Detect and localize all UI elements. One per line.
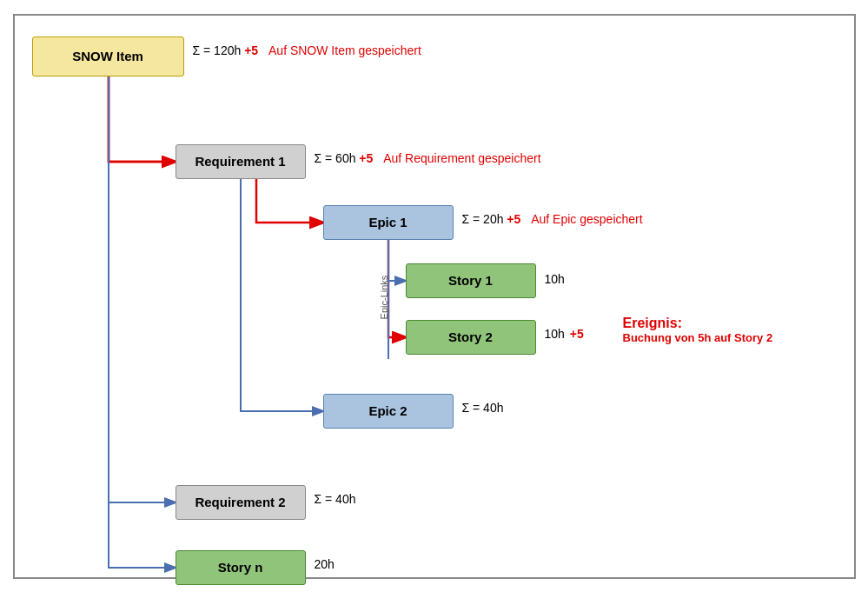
epic1-label: Epic 1 (368, 215, 407, 229)
epic1-node: Epic 1 (323, 205, 454, 240)
requirement2-label: Requirement 2 (195, 495, 285, 509)
story2-val-label: 10h +5 (545, 327, 584, 341)
story1-node: Story 1 (406, 263, 536, 298)
story2-node: Story 2 (406, 320, 536, 355)
snow-sum-label: Σ = 120h +5 Auf SNOW Item gespeichert (193, 43, 421, 57)
epic2-node: Epic 2 (323, 394, 454, 429)
epic2-label: Epic 2 (368, 403, 407, 418)
story1-val-label: 10h (545, 272, 565, 286)
requirement1-label: Requirement 1 (195, 154, 285, 169)
epic2-sum-label: Σ = 40h (462, 401, 504, 415)
requirement2-node: Requirement 2 (176, 485, 306, 520)
snow-item-label: SNOW Item (72, 49, 143, 63)
diagram-container: SNOW Item Σ = 120h +5 Auf SNOW Item gesp… (13, 14, 856, 579)
storyn-node: Story n (176, 550, 306, 585)
storyn-label: Story n (218, 560, 263, 575)
ereignis-label: Ereignis: Buchung von 5h auf Story 2 (623, 316, 773, 344)
storyn-val-label: 20h (315, 557, 335, 571)
snow-item-node: SNOW Item (32, 37, 184, 76)
requirement1-node: Requirement 1 (176, 144, 306, 179)
req2-sum-label: Σ = 40h (315, 492, 356, 506)
req1-sum-label: Σ = 60h +5 Auf Requirement gespeichert (315, 151, 541, 165)
epic-links-label: Epic-Links (379, 275, 389, 319)
epic1-sum-label: Σ = 20h +5 Auf Epic gespeichert (462, 212, 643, 226)
story2-label: Story 2 (448, 329, 493, 344)
story1-label: Story 1 (448, 273, 493, 288)
